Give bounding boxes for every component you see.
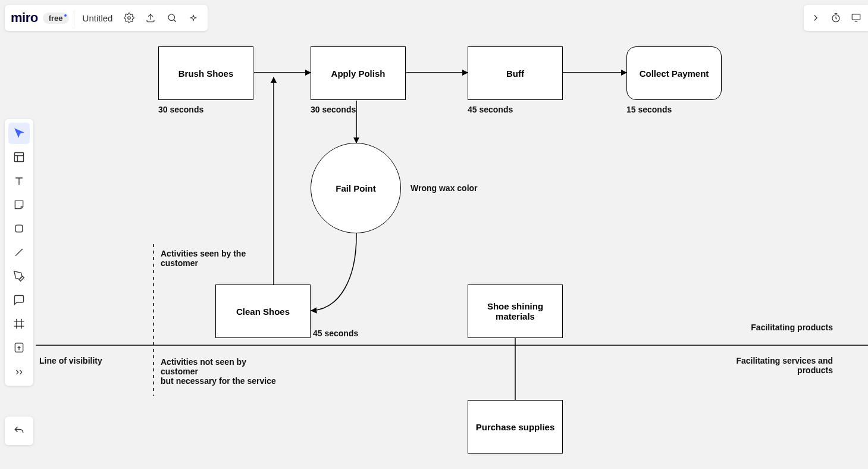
comment-tool[interactable] (8, 289, 30, 311)
more-icon: ›› (15, 365, 23, 378)
connections-layer (0, 0, 868, 469)
upload-tool[interactable] (8, 337, 30, 358)
caption-buff-time: 45 seconds (468, 105, 513, 114)
text-tool[interactable] (8, 170, 30, 192)
node-buff[interactable]: Buff (468, 46, 563, 100)
timer-button[interactable] (829, 11, 843, 25)
node-collect-payment[interactable]: Collect Payment (626, 46, 722, 100)
svg-point-0 (128, 17, 131, 20)
svg-rect-3 (852, 14, 860, 20)
templates-icon (13, 151, 25, 163)
timer-icon (831, 12, 841, 23)
search-icon (167, 12, 177, 23)
upload-icon (145, 12, 156, 23)
node-clean-shoes[interactable]: Clean Shoes (215, 284, 311, 338)
present-button[interactable] (849, 11, 863, 25)
line-tool[interactable] (8, 242, 30, 263)
node-fail-point[interactable]: Fail Point (311, 143, 401, 233)
app-logo[interactable]: miro (11, 10, 38, 26)
label-facilitating-products: Facilitating products (714, 323, 833, 332)
line-icon (13, 246, 25, 258)
shape-icon (13, 223, 25, 234)
right-toolbar (804, 5, 868, 31)
undo-panel (5, 417, 33, 445)
text-icon (13, 175, 25, 187)
plan-badge[interactable]: free (43, 12, 69, 24)
search-button[interactable] (164, 10, 180, 26)
sticky-note-icon (13, 199, 25, 211)
divider (74, 10, 74, 26)
comment-icon (13, 294, 25, 306)
ai-button[interactable] (185, 10, 202, 26)
collapse-button[interactable] (809, 11, 823, 25)
frame-icon (13, 318, 25, 330)
undo-button[interactable] (8, 420, 30, 442)
label-activities-not-seen: Activities not seen by customer but nece… (161, 357, 280, 386)
upload-file-icon (13, 342, 25, 354)
caption-collect-time: 15 seconds (626, 105, 672, 114)
export-button[interactable] (142, 10, 159, 26)
sticky-tool[interactable] (8, 194, 30, 215)
more-tools[interactable]: ›› (8, 361, 30, 382)
document-title[interactable]: Untitled (79, 13, 117, 23)
caption-brush-time: 30 seconds (158, 105, 203, 114)
gear-icon (124, 12, 134, 23)
node-purchase-supplies[interactable]: Purchase supplies (468, 400, 563, 454)
frame-tool[interactable] (8, 313, 30, 334)
pen-icon (13, 270, 25, 282)
chevron-right-icon (810, 12, 821, 23)
presentation-icon (851, 12, 861, 23)
svg-rect-4 (15, 153, 24, 162)
undo-icon (13, 425, 25, 437)
caption-polish-time: 30 seconds (311, 105, 356, 114)
shape-tool[interactable] (8, 218, 30, 239)
side-toolbar: ›› (5, 119, 33, 386)
label-facilitating-services: Facilitating services and products (714, 356, 833, 375)
caption-fail-note: Wrong wax color (411, 183, 478, 193)
label-activities-seen: Activities seen by the customer (161, 249, 256, 268)
templates-tool[interactable] (8, 146, 30, 168)
svg-point-1 (168, 14, 175, 21)
top-toolbar: miro free Untitled (5, 5, 208, 31)
sparkle-icon (188, 12, 199, 23)
caption-clean-time: 45 seconds (313, 329, 358, 338)
canvas[interactable]: Brush Shoes Apply Polish Buff Collect Pa… (0, 0, 868, 469)
cursor-icon (13, 127, 25, 139)
label-line-visibility: Line of visibility (39, 356, 102, 365)
select-tool[interactable] (8, 123, 30, 144)
node-brush-shoes[interactable]: Brush Shoes (158, 46, 253, 100)
svg-rect-5 (15, 225, 23, 232)
pen-tool[interactable] (8, 265, 30, 287)
settings-button[interactable] (121, 10, 137, 26)
node-apply-polish[interactable]: Apply Polish (311, 46, 406, 100)
node-shoe-materials[interactable]: Shoe shining materials (468, 284, 563, 338)
